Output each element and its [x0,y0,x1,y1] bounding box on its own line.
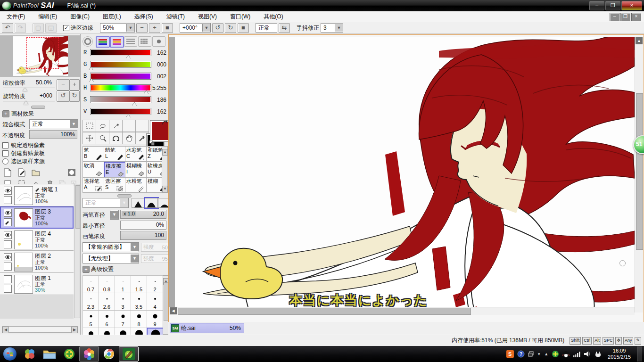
layer-row-layer1[interactable]: 图层 1 正常 30% [0,273,74,295]
nav-zoom-in-button[interactable]: + [69,79,80,90]
size-cell[interactable]: 4 [147,293,163,311]
menu-edit[interactable]: 编辑(E) [32,11,64,22]
shift-key-indicator[interactable]: Shift [570,337,581,345]
taskbar-sai-icon-active[interactable] [119,346,139,362]
hsv-sliders-icon[interactable] [110,36,124,48]
panel-horizontal-scrollbar[interactable]: ◀ ▶ [2,326,78,333]
flip-view-button[interactable]: ⇆ [279,23,290,33]
rotate-canvas-tool[interactable] [109,132,123,144]
layer-link-checkbox[interactable] [4,240,12,248]
brush-select-eraser[interactable]: 选区擦S [104,177,125,193]
brush-gouache[interactable]: 水粉笔 [125,177,147,193]
lasso-tool[interactable] [96,120,109,132]
lock-alpha-row[interactable]: 锁定透明像素 [2,141,45,149]
expand-icon[interactable]: + [2,110,9,117]
scroll-down-icon[interactable]: ▼ [162,186,168,192]
layer-row-pen1[interactable]: 钢笔 1 正常 100% [0,184,74,206]
invert-selection-button[interactable]: ◲ [45,23,57,33]
visibility-eye-icon[interactable] [4,253,12,261]
taskbar-360-safety-icon[interactable] [59,346,79,362]
artwork-canvas[interactable] [175,37,635,313]
size-cell[interactable]: 1.5 [131,275,147,293]
tray-sogou-icon[interactable]: S [506,350,514,358]
doc-close-button[interactable]: × [631,13,641,21]
scrollbar-thumb[interactable] [178,308,471,315]
blend-mode-dropdown[interactable]: 正常▼ [29,119,78,129]
mixer-icon[interactable] [152,36,165,47]
slider-blue[interactable]: B 002 [83,72,166,82]
diameter-slider[interactable]: x 1.0 20.0 [120,210,166,219]
tray-clock[interactable]: 16:09 2015/2/15 [605,348,634,360]
zoom-reset-button[interactable]: ■ [162,23,173,33]
brush-edge-shape-dropdown[interactable]: 【常规的圆形】▼ [83,242,139,252]
layer-list-scrollbar[interactable] [74,184,80,318]
selection-source-radio[interactable] [2,158,8,165]
tray-show-hidden-icon[interactable]: ▲ [544,352,548,356]
tray-dropdown-icon[interactable]: ▼ [537,352,541,356]
menu-select[interactable]: 选择(S) [128,11,160,22]
clipping-mask-row[interactable]: 创建剪贴蒙板 [2,149,45,157]
slider-handle[interactable] [132,102,137,106]
pen-mode-icon[interactable]: ✎ [635,337,641,345]
scroll-left-icon[interactable]: ◀ [2,327,9,333]
size-cell[interactable]: 2 [147,275,163,293]
slider-green[interactable]: G 000 [83,60,166,70]
canvas-vertical-scrollbar[interactable]: ▲ [635,37,643,313]
size-cell[interactable]: 1 [115,275,131,293]
slider-handle[interactable] [144,90,149,94]
slider-hue[interactable]: H 5:255 [83,83,166,94]
layer-link-checkbox[interactable] [4,263,12,271]
menu-filter[interactable]: 滤镜(T) [160,11,191,22]
nav-zoom-slider[interactable] [3,88,55,88]
size-cell[interactable]: 8 [131,310,147,328]
chevron-down-icon[interactable]: ▼ [126,24,134,32]
nav-rotate-slider-handle[interactable] [24,101,28,105]
chevron-down-icon[interactable]: ▼ [335,24,343,32]
default-colors-icon[interactable] [149,140,155,146]
layer-mask-icon[interactable] [66,167,77,177]
doc-restore-button[interactable]: ❐ [620,13,630,21]
opacity-slider[interactable]: 100% [29,130,77,139]
size-cell[interactable]: 0.8 [99,275,115,293]
undo-button[interactable]: ↶ [2,23,13,33]
brush-blur-eraser[interactable]: 模糊橡I [125,162,147,177]
brush-texture-dropdown[interactable]: 【无纹理】▼ [83,254,139,263]
size-cell[interactable]: 2.3 [83,293,99,311]
tray-power-icon[interactable] [594,351,602,358]
lock-alpha-checkbox[interactable] [2,142,8,148]
slider-handle[interactable] [126,114,131,118]
size-cell[interactable]: 0.7 [83,275,99,293]
rotate-cw-button[interactable]: ↻ [225,23,236,33]
canvas-viewport[interactable]: 本当に本当によかった [169,37,635,313]
navigator-thumbnail[interactable] [13,36,68,76]
minimize-button[interactable]: – [589,1,604,10]
start-button[interactable] [0,346,20,362]
brush-select-pen[interactable]: 选择笔A [83,177,104,193]
layer-link-checkbox[interactable] [4,196,12,204]
zoom-out-button[interactable]: − [136,23,148,33]
view-mode-button[interactable]: 正常 [256,23,277,33]
size-cell[interactable]: 3 [115,293,131,311]
tray-qq-icon[interactable] [562,350,570,358]
size-cell[interactable]: 7 [115,310,131,328]
chevron-down-icon[interactable]: ▼ [70,120,78,128]
space-key-indicator[interactable]: SPC [603,337,614,345]
slider-red[interactable]: R 162 [83,48,166,58]
taskbar-chrome-icon[interactable] [99,346,119,362]
slider-value[interactable]: V 162 [83,107,166,117]
zoom-dropdown[interactable]: 50%▼ [100,23,135,33]
visibility-eye-icon[interactable] [4,187,12,195]
diameter-unit-button[interactable]: ▼ [110,210,119,220]
selection-edge-checkbox[interactable]: ✓ [63,25,69,31]
selection-source-row[interactable]: 选区取样来源 [2,157,45,165]
slider-handle[interactable] [126,55,131,59]
brush-shape-round-selected[interactable] [145,198,158,208]
deselect-button[interactable]: ▢ [33,23,44,33]
canvas-horizontal-scrollbar[interactable]: ◀ [169,307,635,315]
nav-rotate-slider[interactable] [3,101,55,101]
scroll-left-icon[interactable]: ◀ [170,307,177,314]
paint-target-pen-icon[interactable] [4,218,12,226]
stabilizer-dropdown[interactable]: 3▼ [321,23,343,33]
min-size-slider[interactable]: 0% [120,221,166,230]
clipping-mask-checkbox[interactable] [2,150,8,156]
